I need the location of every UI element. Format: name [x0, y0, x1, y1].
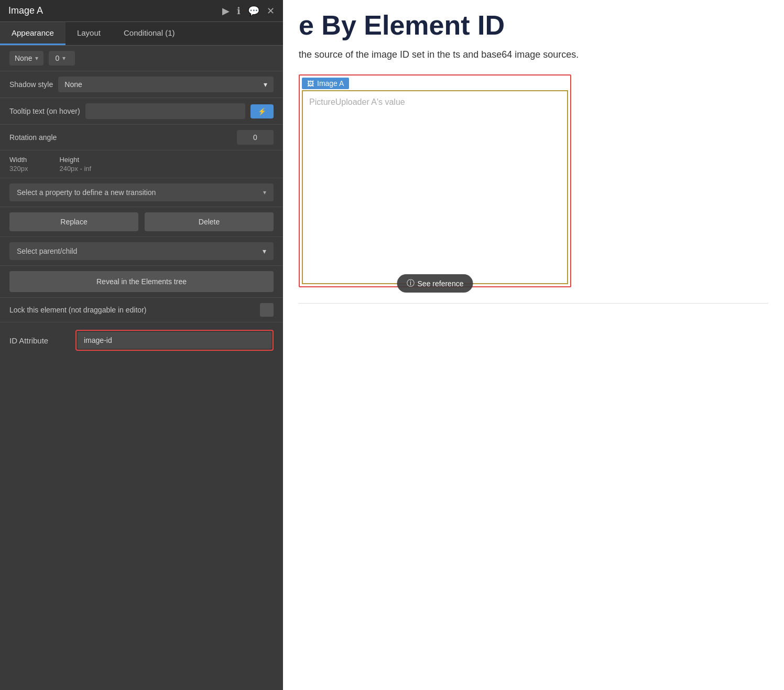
shadow-row: Shadow style None ▾ — [9, 77, 274, 92]
shadow-dropdown[interactable]: None ▾ — [58, 77, 274, 92]
height-value: 240px - inf — [59, 165, 91, 172]
transition-row: Select a property to define a new transi… — [9, 184, 274, 201]
element-label-icon: 🖼 — [307, 80, 314, 88]
number-value: 0 — [55, 54, 59, 62]
element-preview-outer: 🖼 Image A PictureUploader A's value ⓘ Se… — [299, 74, 571, 287]
transition-placeholder: Select a property to define a new transi… — [17, 188, 156, 197]
parent-child-arrow: ▾ — [263, 247, 266, 255]
element-label-bar: 🖼 Image A — [302, 78, 349, 89]
rotation-section: Rotation angle — [0, 125, 283, 150]
tabs-bar: Appearance Layout Conditional (1) — [0, 22, 283, 46]
shadow-value: None — [64, 80, 82, 89]
chat-icon[interactable]: 💬 — [248, 6, 259, 16]
tooltip-section: Tooltip text (on hover) ⚡ — [0, 98, 283, 125]
none-number-row: None ▾ 0 ▾ — [9, 51, 274, 66]
tab-layout[interactable]: Layout — [66, 22, 112, 45]
info-icon[interactable]: ℹ — [237, 6, 241, 16]
transition-section: Select a property to define a new transi… — [0, 178, 283, 207]
none-label: None — [15, 54, 32, 62]
right-divider — [299, 303, 768, 304]
delete-button[interactable]: Delete — [145, 212, 274, 231]
rotation-row: Rotation angle — [9, 130, 274, 145]
tab-appearance[interactable]: Appearance — [0, 22, 66, 45]
transition-arrow: ▾ — [263, 189, 266, 196]
shadow-label: Shadow style — [9, 80, 53, 89]
width-label: Width — [9, 156, 28, 164]
parent-child-section: Select parent/child ▾ — [0, 237, 283, 266]
shadow-section: Shadow style None ▾ — [0, 71, 283, 98]
parent-child-dropdown[interactable]: Select parent/child ▾ — [9, 242, 274, 260]
reveal-button[interactable]: Reveal in the Elements tree — [9, 271, 274, 292]
title-bar-left: Image A — [8, 5, 43, 16]
id-attribute-label: ID Attribute — [9, 336, 67, 345]
title-bar: Image A ▶ ℹ 💬 ✕ — [0, 0, 283, 22]
tooltip-label: Tooltip text (on hover) — [9, 107, 80, 115]
play-icon[interactable]: ▶ — [222, 6, 230, 16]
none-dropdown[interactable]: None ▾ — [9, 51, 43, 66]
panel-title: Image A — [8, 5, 43, 16]
preview-placeholder: PictureUploader A's value — [309, 98, 405, 106]
lock-toggle[interactable] — [260, 303, 274, 317]
tab-conditional[interactable]: Conditional (1) — [112, 22, 187, 45]
wh-row: Width 320px Height 240px - inf — [9, 156, 274, 172]
see-reference-tooltip[interactable]: ⓘ See reference — [397, 274, 473, 293]
id-attribute-section: ID Attribute — [0, 322, 283, 358]
number-arrow: ▾ — [62, 55, 66, 62]
lock-row: Lock this element (not draggable in edit… — [9, 303, 274, 317]
replace-delete-section: Replace Delete — [0, 207, 283, 237]
shadow-arrow: ▾ — [264, 80, 267, 89]
lock-section: Lock this element (not draggable in edit… — [0, 298, 283, 322]
question-circle-icon: ⓘ — [407, 278, 415, 288]
element-preview-inner: PictureUploader A's value ⓘ See referenc… — [302, 90, 568, 284]
element-label-text: Image A — [317, 79, 344, 88]
replace-delete-row: Replace Delete — [9, 212, 274, 231]
replace-button[interactable]: Replace — [9, 212, 138, 231]
transition-dropdown[interactable]: Select a property to define a new transi… — [9, 184, 274, 201]
parent-child-placeholder: Select parent/child — [17, 247, 77, 255]
left-panel: Image A ▶ ℹ 💬 ✕ Appearance Layout Condit… — [0, 0, 283, 690]
id-attribute-input-wrap — [75, 330, 274, 351]
rotation-label: Rotation angle — [9, 133, 57, 142]
tooltip-input[interactable] — [85, 103, 245, 119]
parent-child-row: Select parent/child ▾ — [9, 242, 274, 260]
title-bar-icons: ▶ ℹ 💬 ✕ — [222, 6, 275, 16]
height-item: Height 240px - inf — [59, 156, 91, 172]
height-label: Height — [59, 156, 91, 164]
none-number-section: None ▾ 0 ▾ — [0, 46, 283, 71]
width-item: Width 320px — [9, 156, 28, 172]
see-reference-text: See reference — [418, 279, 464, 288]
dynamic-data-button[interactable]: ⚡ — [251, 104, 274, 118]
lock-label: Lock this element (not draggable in edit… — [9, 306, 146, 314]
id-attribute-input[interactable] — [78, 332, 271, 349]
none-arrow: ▾ — [35, 55, 38, 62]
tooltip-row: Tooltip text (on hover) ⚡ — [9, 103, 274, 119]
wh-section: Width 320px Height 240px - inf — [0, 150, 283, 178]
number-badge[interactable]: 0 ▾ — [49, 51, 75, 66]
reveal-section: Reveal in the Elements tree — [0, 266, 283, 298]
page-subtext: the source of the image ID set in the ts… — [299, 48, 768, 62]
close-icon[interactable]: ✕ — [267, 6, 275, 16]
rotation-input[interactable] — [237, 130, 274, 145]
right-panel: e By Element ID the source of the image … — [283, 0, 784, 690]
width-value: 320px — [9, 165, 28, 172]
page-heading: e By Element ID — [299, 10, 768, 40]
